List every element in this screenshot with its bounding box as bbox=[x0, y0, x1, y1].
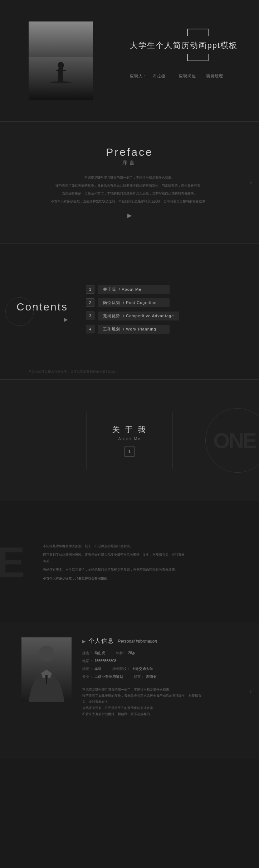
slide-about-intro: ONE 关 于 我 About Me 1 bbox=[0, 380, 259, 501]
item-label-4: 工作规划 / Work Planning bbox=[98, 325, 170, 334]
bottom-note: 单击此处可以输入你的文字，也可以直接复制你的内容到此处。 bbox=[29, 370, 119, 373]
text-line-4: 不管今天有多少困难，只要坚持就会有回报的。 bbox=[43, 575, 186, 582]
play-icon[interactable]: ▶ bbox=[127, 212, 132, 219]
cover-text-block: 大学生个人简历动画ppt模板 应聘人：布拉德 应聘岗位：项目经理 bbox=[130, 29, 238, 79]
item-label-3: 竞岗优势 / Competitive Advantage bbox=[98, 312, 179, 320]
info-header: ▶ 个人信息 Personal information bbox=[82, 637, 238, 645]
cover-meta: 应聘人：布拉德 应聘岗位：项目经理 bbox=[130, 73, 238, 79]
list-item: 1 关于我 / About Me bbox=[86, 285, 259, 294]
info-para1: 不记得是哪年哪月哪天的那一刻了，不记得当初是着什么初衷。 bbox=[82, 687, 204, 693]
info-title-cn: 个人信息 bbox=[88, 637, 114, 645]
slide-personal-info: › ▶ 个人信息 Personal information 姓名 bbox=[0, 623, 259, 759]
about-title-cn: 关 于 我 bbox=[112, 424, 147, 435]
contents-list: 1 关于我 / About Me 2 岗位认知 / Post Cognition… bbox=[79, 285, 259, 338]
slide-text-content: E 不记得是哪年哪月哪天的那一刻了，不记得当初是着什么初衷。 碰巧看到了如此美丽… bbox=[0, 501, 259, 623]
text-line-2: 碰巧看到了如此美丽的夜晚，青春总会有那么几段专属于自己的事情，发生，与爱情有关，… bbox=[43, 551, 186, 564]
big-letter-e: E bbox=[0, 537, 25, 587]
field-edu: 学历：本科 bbox=[82, 666, 102, 671]
preface-text2: 碰巧看到了如此美丽的夜晚，青春总会有那么几段专属于自己的事情发生，与爱情有关，也… bbox=[55, 183, 204, 188]
item-label-1: 关于我 / About Me bbox=[98, 285, 170, 294]
slide-preface: › Preface 序言 不记得是哪年哪月哪天的那一刻了，不记得当初是着什么初衷… bbox=[0, 122, 259, 243]
personal-info-block: ▶ 个人信息 Personal information 姓名：苟山虎 年龄：28… bbox=[82, 637, 238, 717]
meta-applicant-label: 应聘人： bbox=[130, 74, 147, 78]
list-item: 2 岗位认知 / Post Cognition bbox=[86, 298, 259, 307]
info-row-4: 专业：工商业管理与策划 籍贯：湖南省 bbox=[82, 674, 238, 679]
about-title-en: About Me bbox=[118, 437, 141, 441]
info-row-2: 电话：18666568808 bbox=[82, 659, 238, 664]
info-para3: 当然还有更多，只要坚持平凡的事情也能变成奇迹， bbox=[82, 705, 204, 711]
field-hometown: 籍贯：湖南省 bbox=[134, 674, 157, 679]
profile-photo bbox=[21, 637, 72, 702]
meta-applicant-value: 布拉德 bbox=[153, 74, 166, 78]
about-box: 关 于 我 About Me 1 bbox=[87, 412, 172, 469]
text-line-3: 当然还有更多，当生活和繁忙，年轻的我们总是那样义无反顾，当书写着自己独特的青春故… bbox=[43, 566, 186, 573]
svg-point-9 bbox=[39, 646, 54, 661]
item-num-4: 4 bbox=[86, 325, 94, 333]
field-major: 专业：工商业管理与策划 bbox=[82, 674, 123, 679]
field-school: 毕业院校：上海交通大学 bbox=[112, 666, 153, 671]
item-num-1: 1 bbox=[86, 285, 94, 294]
cover-image bbox=[29, 21, 93, 100]
preface-title-en: Preface bbox=[106, 146, 153, 158]
info-divider bbox=[82, 683, 238, 683]
meta-position-label: 应聘岗位： bbox=[179, 74, 200, 78]
big-one-text: ONE bbox=[213, 428, 255, 453]
svg-rect-6 bbox=[56, 70, 66, 71]
list-item: 3 竞岗优势 / Competitive Advantage bbox=[86, 312, 259, 320]
right-arrow-icon2[interactable]: › bbox=[250, 687, 252, 695]
info-para2: 碰巧看到了如此美丽的夜晚，青春总会有那么几段专属于自己的事情发生，与爱情有关，也… bbox=[82, 693, 204, 705]
meta-position-value: 项目经理 bbox=[206, 74, 223, 78]
bracket-top bbox=[187, 29, 209, 36]
right-arrow-icon[interactable]: › bbox=[250, 179, 252, 186]
item-num-2: 2 bbox=[86, 298, 94, 307]
item-label-2: 岗位认知 / Post Cognition bbox=[98, 298, 170, 307]
slide-cover: 大学生个人简历动画ppt模板 应聘人：布拉德 应聘岗位：项目经理 bbox=[0, 0, 259, 122]
info-arrow-icon: ▶ bbox=[82, 639, 85, 644]
preface-text3: 当然还有更多，当生活和繁忙，年轻的我们总是那样义无反顾，当书写着自己独特的青春故… bbox=[62, 191, 197, 196]
info-row-1: 姓名：苟山虎 年龄：28岁 bbox=[82, 651, 238, 656]
preface-text1: 不记得是哪年哪月哪天的那一刻了，不记得当初是着什么初衷。 bbox=[84, 175, 175, 180]
slide5-text-block: 不记得是哪年哪月哪天的那一刻了，不记得当初是着什么初衷。 碰巧看到了如此美丽的夜… bbox=[0, 543, 186, 582]
info-para4: 不管今天有多少的困难，相信我一定不会放弃的。 bbox=[82, 711, 204, 717]
cover-title: 大学生个人简历动画ppt模板 bbox=[130, 40, 238, 51]
svg-point-5 bbox=[58, 62, 64, 68]
field-name: 姓名：苟山虎 bbox=[82, 651, 105, 656]
decorative-circle-left bbox=[5, 297, 34, 326]
bracket-bottom bbox=[187, 54, 209, 61]
about-num-badge: 1 bbox=[124, 447, 135, 457]
field-phone: 电话：18666568808 bbox=[82, 659, 116, 664]
slide-contents: Contents ▶ 1 关于我 / About Me 2 岗位认知 / Pos… bbox=[0, 243, 259, 380]
field-age: 年龄：28岁 bbox=[116, 651, 136, 656]
list-item: 4 工作规划 / Work Planning bbox=[86, 325, 259, 334]
svg-rect-2 bbox=[29, 21, 93, 57]
info-title-en: Personal information bbox=[118, 639, 157, 644]
info-row-3: 学历：本科 毕业院校：上海交通大学 bbox=[82, 666, 238, 671]
item-num-3: 3 bbox=[86, 312, 94, 320]
text-line-1: 不记得是哪年哪月哪天的那一刻了，不记得当初是着什么初衷。 bbox=[43, 543, 186, 549]
preface-title-cn: 序言 bbox=[122, 160, 137, 166]
preface-text4: 不管今天有多少困难，当生活和繁忙状态之间，年轻的我们总是那样义无反顾，当书写着自… bbox=[51, 198, 209, 204]
contents-arrow-icon: ▶ bbox=[64, 317, 68, 322]
